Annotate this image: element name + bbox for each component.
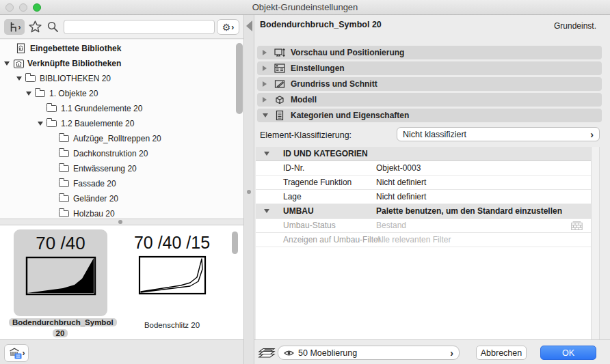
eye-icon — [284, 350, 294, 356]
settings-panel: Bodendurchbruch_Symbol 20 Grundeinst. Vo… — [254, 15, 610, 364]
collapse-panel-arrow[interactable] — [246, 20, 252, 31]
section-arrow[interactable] — [263, 97, 274, 102]
ok-button[interactable]: OK — [540, 346, 596, 360]
tree-item-embedded-library[interactable]: Eingebettete Bibliothek — [0, 41, 233, 56]
table-row-umbau-status[interactable]: Umbau-Status Bestand — [256, 219, 591, 233]
folder-icon — [35, 90, 49, 97]
settings-form-icon — [274, 63, 291, 74]
tree-item-entwaesserung[interactable]: Entwässerung 20 — [0, 161, 233, 176]
tree-expand-arrow[interactable] — [4, 61, 13, 66]
tree-item-dachkonstruktion[interactable]: Dachkonstruktion 20 — [0, 146, 233, 161]
model-cube-icon — [274, 94, 291, 105]
library-manager-button[interactable]: › — [4, 344, 29, 362]
table-row-umbau-filter[interactable]: Anzeigen auf Umbau-Filter Alle relevante… — [256, 233, 591, 247]
favorites-star-icon[interactable] — [28, 20, 42, 34]
tree-item-linked-libraries[interactable]: Verknüpfte Bibliotheken — [0, 56, 233, 71]
section-vorschau-positionierung[interactable]: Vorschau und Positionierung — [257, 46, 602, 59]
tree-item-bibliotheken-20[interactable]: BIBLIOTHEKEN 20 — [0, 71, 233, 86]
group-collapse-arrow[interactable] — [256, 152, 283, 156]
section-arrow[interactable] — [263, 81, 274, 87]
cancel-button[interactable]: Abbrechen — [476, 346, 527, 360]
preview-label[interactable]: Bodenschlitz 20 — [125, 321, 219, 329]
tree-scrollbar-thumb[interactable] — [236, 43, 243, 114]
tree-item-gelaender[interactable]: Geländer 20 — [0, 191, 233, 206]
categories-list-icon — [274, 110, 291, 121]
search-input[interactable] — [64, 20, 215, 34]
object-type-button[interactable]: › — [4, 19, 25, 35]
section-label: Vorschau und Positionierung — [291, 48, 404, 57]
section-label: Kategorien und Eigenschaften — [291, 111, 409, 120]
folder-icon — [59, 165, 73, 172]
section-grundriss-schnitt[interactable]: Grundriss und Schnitt — [257, 77, 602, 91]
search-icon[interactable] — [47, 21, 59, 33]
tree-item-label: Fassade 20 — [73, 179, 116, 188]
folder-icon — [59, 195, 73, 202]
preview-card-bodenschlitz[interactable]: 70 /40 /15 — [125, 229, 219, 316]
section-arrow[interactable] — [263, 113, 274, 117]
tree-item-grundelemente-20[interactable]: 1.1 Grundelemente 20 — [0, 101, 233, 116]
classification-label: Element-Klassifizierung: — [260, 130, 352, 140]
embedded-library-icon — [16, 43, 30, 54]
tree-item-label: Eingebettete Bibliothek — [30, 44, 121, 53]
horizontal-splitter[interactable] — [0, 219, 243, 225]
tree-item-aufzuege[interactable]: Aufzüge_Rolltreppen 20 — [0, 131, 233, 146]
table-scrollbar-track[interactable] — [591, 147, 600, 339]
section-label: Einstellungen — [291, 64, 345, 73]
section-modell[interactable]: Modell — [257, 93, 602, 107]
zoom-button[interactable] — [33, 3, 41, 12]
table-row-tragende-funktion[interactable]: Tragende Funktion Nicht definiert — [256, 176, 591, 190]
table-group-umbau[interactable]: UMBAU Palette benutzen, um den Standard … — [256, 204, 591, 219]
panel-divider[interactable] — [243, 15, 254, 364]
chair-icon — [8, 21, 18, 33]
chevron-icon: › — [23, 349, 25, 357]
chevron-right-icon: › — [590, 130, 594, 139]
properties-table: ID UND KATEGORIEN ID-Nr. Objekt-0003 Tra… — [256, 147, 591, 339]
group-collapse-arrow[interactable] — [256, 209, 283, 213]
classification-dropdown[interactable]: Nicht klassifiziert › — [397, 127, 600, 141]
table-row-id-nr[interactable]: ID-Nr. Objekt-0003 — [256, 161, 591, 176]
tree-item-holzbau[interactable]: Holzbau 20 — [0, 206, 233, 219]
chevron-icon: › — [231, 23, 234, 31]
minimize-button[interactable] — [19, 3, 27, 12]
folder-icon — [47, 105, 61, 112]
linked-library-icon — [13, 59, 27, 69]
plan-section-icon — [274, 79, 291, 89]
chevron-icon: › — [18, 23, 21, 31]
folder-icon — [59, 135, 73, 142]
tree-item-label: 1.1 Grundelemente 20 — [61, 104, 142, 113]
object-name-title: Bodendurchbruch_Symbol 20 — [260, 20, 382, 29]
folder-icon — [59, 150, 73, 157]
preview-title: 70 /40 /15 — [125, 233, 219, 253]
section-einstellungen[interactable]: Einstellungen — [257, 61, 602, 75]
section-kategorien-eigenschaften[interactable]: Kategorien und Eigenschaften — [257, 109, 602, 122]
folder-icon — [25, 75, 40, 82]
window-controls — [5, 3, 41, 12]
chevron-right-icon: › — [450, 348, 453, 358]
table-group-id-kategorien[interactable]: ID UND KATEGORIEN — [256, 147, 591, 161]
preview-card-bodendurchbruch[interactable]: 70 /40 — [14, 229, 107, 316]
tree-item-label: Aufzüge_Rolltreppen 20 — [73, 134, 161, 143]
layer-dropdown[interactable]: 50 Moeblierung › — [278, 346, 460, 360]
preview-scrollbar-thumb[interactable] — [232, 232, 238, 254]
section-arrow[interactable] — [263, 66, 274, 71]
settings-gear-button[interactable]: ⚙ › — [217, 19, 239, 35]
preview-label-selected[interactable]: Bodendurchbruch_Symbol 20 — [9, 317, 111, 338]
section-label: Grundriss und Schnitt — [291, 79, 377, 89]
tree-item-label: 1.2 Bauelemente 20 — [61, 119, 134, 128]
close-button[interactable] — [5, 3, 14, 12]
tree-expand-arrow[interactable] — [16, 76, 25, 81]
tree-item-bauelemente-20[interactable]: 1.2 Bauelemente 20 — [0, 116, 233, 131]
tree-item-objekte-20[interactable]: 1. Objekte 20 — [0, 86, 233, 101]
section-label: Modell — [291, 95, 317, 104]
library-toolbar: › ⚙ › — [0, 15, 243, 39]
mode-label: Grundeinst. — [554, 21, 596, 31]
tree-item-fassade[interactable]: Fassade 20 — [0, 176, 233, 191]
section-arrow[interactable] — [263, 50, 274, 55]
preview-title: 70 /40 — [14, 233, 107, 254]
tree-expand-arrow[interactable] — [26, 92, 35, 96]
tree-item-label: Geländer 20 — [73, 194, 118, 204]
tree-item-label: BIBLIOTHEKEN 20 — [40, 74, 111, 83]
tree-expand-arrow[interactable] — [38, 122, 47, 126]
renovation-brick-icon — [571, 221, 583, 230]
table-row-lage[interactable]: Lage Nicht definiert — [256, 190, 591, 204]
